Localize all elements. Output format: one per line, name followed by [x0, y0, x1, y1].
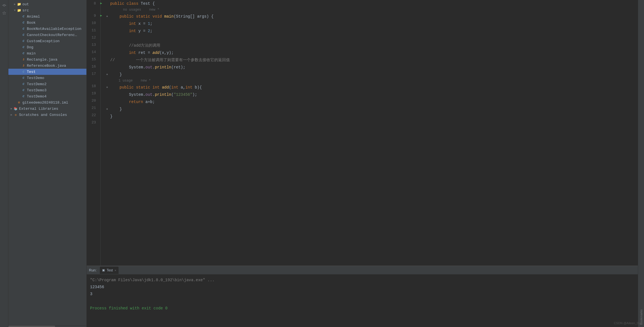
sidebar-item-test[interactable]: ▶ C Test: [8, 69, 86, 75]
arrow-extlibs: ▶: [10, 107, 13, 111]
sidebar-label-iml: giteedemo20240118.iml: [22, 101, 68, 105]
line-num-10: 10: [89, 20, 97, 27]
class-icon-cc: C: [21, 33, 26, 37]
sidebar-scrollbar-thumb: [8, 326, 55, 327]
sidebar-item-cannotcheckout[interactable]: ▶ C CannotCheckoutReferenceBookExcep...: [8, 32, 86, 38]
code-line-9: ◆ public static void main(String[] args)…: [105, 13, 638, 20]
folder-icon-src: 📁: [17, 8, 21, 13]
class-icon-bna: C: [21, 27, 26, 31]
bp-spacer-16: [105, 65, 109, 69]
code-line-13: //add方法的调用: [105, 42, 638, 49]
class-icon-animal: C: [21, 14, 26, 19]
arrow-src: ▼: [13, 8, 17, 12]
console-output: "C:\Program Files\Java\jdk1.8.0_192\bin\…: [87, 275, 638, 327]
tab-icon-test: ▣: [102, 268, 105, 272]
code-line-12: [105, 35, 638, 42]
sidebar-label-animal: Animal: [27, 15, 40, 19]
class-icon-ce: C: [21, 39, 26, 43]
activity-bar: [0, 0, 8, 327]
bp-9: ◆: [105, 15, 109, 18]
line-num-16: 16: [89, 63, 97, 70]
line-num-13: 13: [89, 41, 97, 49]
bp-21: ◆: [105, 107, 109, 111]
sidebar-item-src[interactable]: ▼ 📁 src: [8, 7, 86, 13]
sidebar-item-iml[interactable]: ▶ ⊞ giteedemo20240118.iml: [8, 99, 86, 106]
bp-spacer-10: [105, 22, 109, 26]
bp-spacer-11: [105, 29, 109, 33]
code-line-14: int ret = add(x,y);: [105, 49, 638, 56]
bookmarks-bar[interactable]: Bookmarks: [638, 0, 644, 327]
line-num-20: 20: [89, 97, 97, 104]
bottom-panel: Run: ▣ Test × "C:\Program Files\Java\jdk…: [87, 266, 638, 327]
code-line-19: System.out.println("123456");: [105, 91, 638, 98]
console-line-cmd: "C:\Program Files\Java\jdk1.8.0_192\bin\…: [90, 277, 634, 284]
sidebar-item-book[interactable]: ▶ C Book: [8, 20, 86, 26]
lib-icon: 📚: [13, 106, 18, 111]
sidebar-label-referencebook: ReferenceBook.java: [27, 64, 66, 68]
sidebar-label-scratches: Scratches and Consoles: [19, 113, 67, 117]
line-numbers: 8 ▶ 9 ▶ 10 11 12 13 14: [87, 0, 101, 266]
sidebar-label-out: out: [22, 2, 29, 6]
code-line-11: int y = 2;: [105, 27, 638, 35]
sidebar-label-main: main: [27, 51, 36, 56]
sidebar-label-cc: CannotCheckoutReferenceBookExcep...: [27, 33, 77, 37]
line-num-11: 11: [89, 27, 97, 34]
sidebar-item-testdemo2[interactable]: ▶ C TestDemo2: [8, 81, 86, 87]
sidebar-scrollbar[interactable]: [8, 325, 86, 327]
bp-17: ◆: [105, 73, 109, 77]
line-num-18: 18: [89, 83, 97, 90]
sidebar-item-dog[interactable]: ▶ C Dog: [8, 44, 86, 50]
editor-area: 8 ▶ 9 ▶ 10 11 12 13 14: [87, 0, 638, 266]
line-num-21: 21: [89, 104, 97, 112]
tab-close-test[interactable]: ×: [114, 269, 116, 272]
sidebar-label-testdemo2: TestDemo2: [27, 82, 46, 86]
sidebar-label-test: Test: [27, 70, 36, 74]
sidebar-label-dog: Dog: [27, 45, 33, 49]
tab-test[interactable]: ▣ Test ×: [100, 267, 118, 274]
bp-spacer-23: [105, 122, 109, 126]
sidebar-item-animal[interactable]: ▶ C Animal: [8, 13, 86, 20]
code-line-10: int x = 1;: [105, 20, 638, 27]
iml-icon: ⊞: [17, 100, 21, 105]
sidebar-item-out[interactable]: ▶ 📁 out: [8, 1, 86, 7]
sidebar-item-customexception[interactable]: ▶ C CustomException: [8, 38, 86, 44]
class-icon-testdemo: C: [21, 76, 26, 80]
run-label: Run:: [89, 268, 96, 272]
class-icon-main: C: [21, 51, 26, 56]
code-line-15: // 一个方法被调用了则需要有一个参数去接收它的返回值: [105, 56, 638, 64]
tab-label-test: Test: [107, 268, 113, 272]
line-num-19: 19: [89, 90, 97, 97]
code-line-16: System.out.println(ret);: [105, 64, 638, 71]
sidebar-label-rectangle: Rectangle.java: [27, 58, 57, 62]
console-line-empty: [90, 298, 634, 305]
sidebar-label-book: Book: [27, 21, 36, 25]
sidebar-item-scratches[interactable]: ▶ ⚙ Scratches and Consoles: [8, 112, 86, 118]
commit-icon[interactable]: [1, 2, 7, 8]
bp-spacer-8: [105, 2, 109, 6]
star-icon[interactable]: [1, 10, 7, 16]
sidebar-item-main[interactable]: ▶ C main: [8, 50, 86, 56]
console-line-123456: 123456: [90, 284, 634, 291]
sidebar-item-referencebook[interactable]: ▶ J ReferenceBook.java: [8, 63, 86, 69]
code-content: public class Test { no usages new * ◆ pu…: [101, 0, 638, 266]
code-line-23: [105, 120, 638, 127]
sidebar-item-testdemo[interactable]: ▶ C TestDemo: [8, 75, 86, 81]
file-tree: ▶ 📁 out ▼ 📁 src ▶ C Animal ▶ C Book ▶ C …: [8, 0, 86, 325]
svg-marker-3: [3, 11, 6, 15]
sidebar-label-ce: CustomException: [27, 39, 60, 43]
sidebar-item-testdemo4[interactable]: ▶ C TestDemo4: [8, 93, 86, 99]
sidebar-item-rectangle[interactable]: ▶ J Rectangle.java: [8, 56, 86, 63]
meta-line-8: no usages new *: [105, 7, 638, 13]
sidebar-item-testdemo3[interactable]: ▶ C TestDemo3: [8, 87, 86, 93]
line-num-17: 17: [89, 70, 97, 78]
console-icon: ⚙: [13, 113, 18, 117]
sidebar-item-booknotavailable[interactable]: ▶ C BookNotAvailableException: [8, 26, 86, 32]
meta-line-18: 1 usage new *: [105, 78, 638, 84]
code-line-20: return a+b;: [105, 98, 638, 106]
bp-spacer-22: [105, 114, 109, 118]
svg-point-0: [3, 4, 5, 6]
bottom-tabs-bar: Run: ▣ Test ×: [87, 266, 638, 275]
line-num-23: 23: [89, 119, 97, 126]
sidebar-item-extlibs[interactable]: ▶ 📚 External Libraries: [8, 106, 86, 112]
code-editor[interactable]: 8 ▶ 9 ▶ 10 11 12 13 14: [87, 0, 638, 266]
